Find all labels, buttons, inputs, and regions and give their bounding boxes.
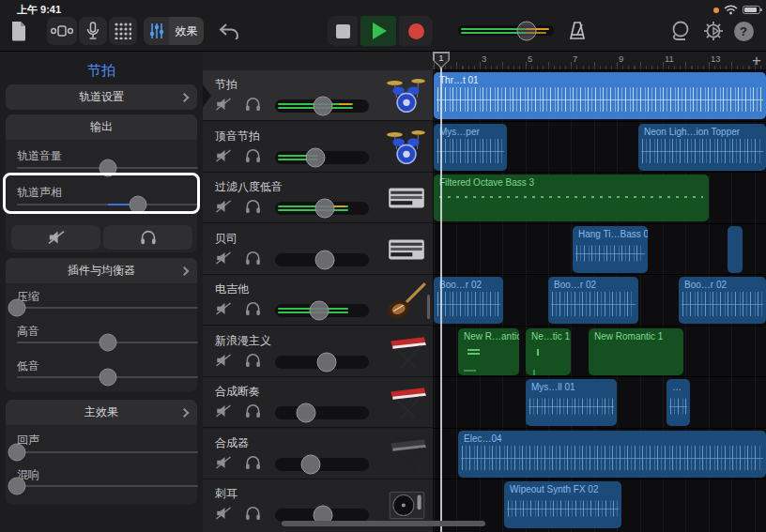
record-button[interactable] (399, 16, 433, 46)
midi-region[interactable]: Ne…tic 1 (526, 328, 571, 375)
headphones-icon[interactable] (245, 251, 261, 266)
master-effects-header[interactable]: 主效果 (6, 400, 197, 425)
grid-icon[interactable] (109, 17, 137, 45)
audio-region[interactable]: Boo…r 02 (548, 277, 638, 324)
track-pan-slider[interactable] (17, 204, 198, 205)
track-row[interactable]: 合成断奏 (203, 377, 433, 428)
audio-region[interactable]: Wipeout Synth FX 02 (504, 481, 621, 528)
midi-region[interactable]: New R…antic 1 (458, 328, 519, 375)
audio-region[interactable]: Mys…per (434, 124, 507, 171)
bass-knob[interactable] (99, 369, 116, 387)
bass-slider[interactable] (17, 376, 198, 378)
headphones-icon[interactable] (245, 403, 261, 418)
headphones-icon[interactable] (245, 97, 261, 112)
track-row[interactable]: 贝司 (203, 224, 433, 275)
track-volume-slider[interactable] (275, 304, 369, 317)
track-volume-knob[interactable] (99, 160, 116, 177)
mute-speaker-icon[interactable] (215, 199, 232, 214)
midi-region[interactable]: New Romantic 1 (589, 328, 683, 375)
mute-speaker-icon[interactable] (215, 506, 232, 521)
mute-speaker-icon[interactable] (215, 353, 232, 368)
volume-knob[interactable] (310, 301, 329, 321)
playhead-line[interactable] (440, 52, 442, 532)
timeline-ruler[interactable]: 3 5 7 9 11 13 (433, 52, 766, 70)
midi-region[interactable]: Filtered Octave Bass 3 (434, 175, 709, 221)
plugins-eq-header[interactable]: 插件与均衡器 (6, 258, 197, 283)
compression-knob[interactable] (8, 299, 26, 317)
audio-region[interactable]: Boo…r 02 (679, 277, 766, 324)
mixer-icon[interactable] (144, 17, 169, 45)
track-row[interactable]: 新浪漫主义 (203, 327, 433, 377)
track-row[interactable]: 节拍 (203, 70, 433, 121)
headphones-icon[interactable] (245, 506, 261, 521)
volume-knob[interactable] (314, 97, 333, 116)
track-row[interactable]: 顶音节拍 (203, 122, 433, 173)
help-button[interactable]: ? (731, 17, 756, 45)
master-volume-slider[interactable] (458, 25, 554, 36)
track-volume-slider[interactable] (17, 167, 198, 169)
mute-speaker-icon[interactable] (215, 148, 232, 163)
headphones-icon[interactable] (245, 148, 261, 163)
mute-speaker-icon[interactable] (215, 301, 232, 316)
solo-button[interactable] (103, 225, 192, 250)
arrangement-area[interactable]: Thr…t 01 Mys…per Neon Ligh…ion Topper Fi… (433, 70, 766, 532)
treble-knob[interactable] (99, 334, 116, 352)
headphones-icon[interactable] (245, 301, 261, 316)
mute-speaker-icon[interactable] (215, 455, 232, 470)
volume-knob[interactable] (315, 199, 335, 219)
audio-region[interactable]: Boo…r 02 (434, 277, 503, 324)
track-row[interactable]: 过滤八度低音 (203, 173, 433, 223)
loop-icon[interactable] (668, 17, 693, 45)
treble-slider[interactable] (17, 342, 198, 343)
echo-slider[interactable] (17, 451, 198, 453)
volume-knob[interactable] (306, 148, 326, 168)
vertical-scrollbar[interactable] (427, 295, 430, 319)
master-volume-knob[interactable] (517, 21, 537, 40)
undo-icon[interactable] (217, 17, 241, 45)
mute-speaker-icon[interactable] (215, 97, 232, 112)
track-volume-slider[interactable] (275, 356, 369, 369)
metronome-icon[interactable] (565, 17, 590, 45)
audio-region[interactable]: Thr…t 01 (434, 72, 766, 119)
track-volume-slider[interactable] (275, 458, 369, 471)
headphones-icon[interactable] (245, 199, 261, 214)
volume-knob[interactable] (317, 353, 337, 372)
mute-button[interactable] (11, 225, 100, 250)
reverb-slider[interactable] (17, 485, 198, 487)
document-icon[interactable] (8, 17, 29, 45)
microphone-icon[interactable] (79, 17, 107, 45)
audio-region[interactable]: Hang Ti…Bass 02 (573, 226, 648, 273)
headphones-icon[interactable] (245, 455, 261, 470)
track-settings-button[interactable]: 轨道设置 (6, 84, 197, 110)
live-loops-icon[interactable] (47, 17, 77, 45)
track-volume-slider[interactable] (275, 509, 369, 522)
audio-region[interactable]: … (666, 379, 690, 426)
audio-region[interactable]: Mys…ll 01 (526, 379, 617, 426)
add-bars-button[interactable]: + (748, 53, 765, 69)
effects-toggle[interactable]: 效果 (169, 17, 204, 45)
compression-slider[interactable] (17, 307, 198, 309)
track-row[interactable]: 电吉他 (203, 275, 433, 326)
track-volume-slider[interactable] (275, 202, 369, 215)
track-volume-slider[interactable] (275, 406, 369, 419)
track-volume-slider[interactable] (275, 253, 369, 266)
track-volume-slider[interactable] (275, 99, 369, 113)
headphones-icon[interactable] (245, 353, 261, 368)
track-volume-slider[interactable] (275, 151, 369, 164)
settings-gear-icon[interactable] (701, 17, 726, 45)
reverb-knob[interactable] (8, 478, 26, 495)
mute-speaker-icon[interactable] (215, 251, 232, 266)
audio-region[interactable] (728, 226, 743, 273)
volume-knob[interactable] (315, 251, 335, 270)
horizontal-scrollbar[interactable] (282, 521, 485, 526)
echo-knob[interactable] (8, 444, 26, 462)
audio-region[interactable]: Elec…04 (458, 431, 766, 478)
stop-button[interactable] (328, 16, 358, 46)
mute-speaker-icon[interactable] (215, 403, 232, 418)
volume-knob[interactable] (301, 455, 321, 475)
volume-knob[interactable] (297, 403, 316, 423)
audio-region[interactable]: Neon Ligh…ion Topper (638, 124, 766, 171)
track-pan-knob[interactable] (130, 196, 147, 214)
track-row[interactable]: 合成器 (203, 429, 433, 479)
play-button[interactable] (360, 16, 396, 46)
